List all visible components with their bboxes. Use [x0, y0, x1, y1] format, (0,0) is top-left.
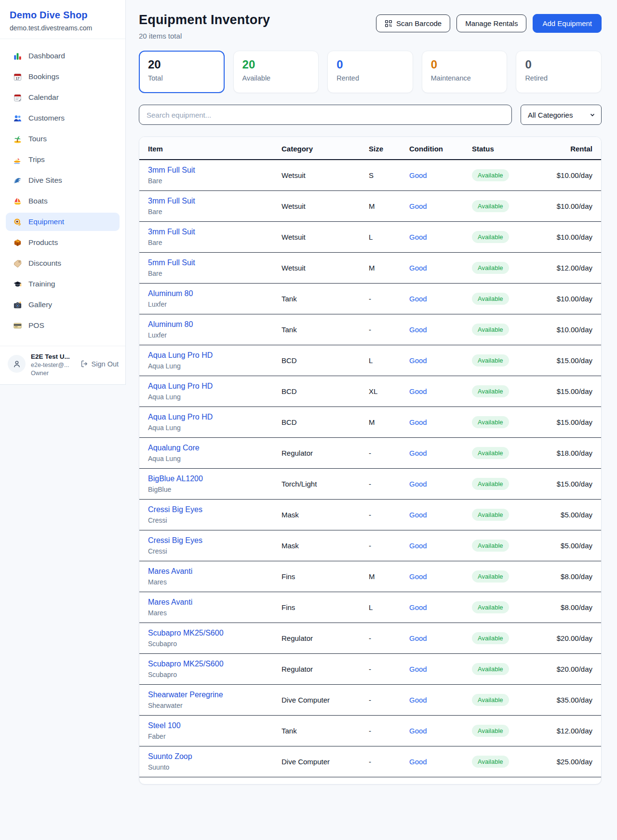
calendar-icon — [13, 93, 22, 102]
item-name-link[interactable]: Aqua Lung Pro HD — [148, 351, 282, 360]
condition-link[interactable]: Good — [409, 387, 427, 395]
manage-rentals-button[interactable]: Manage Rentals — [456, 14, 526, 32]
condition-link[interactable]: Good — [409, 449, 427, 457]
stat-card-available[interactable]: 20Available — [233, 51, 319, 93]
condition-link[interactable]: Good — [409, 480, 427, 488]
stat-card-total[interactable]: 20Total — [139, 51, 225, 93]
item-name-link[interactable]: BigBlue AL1200 — [148, 474, 282, 483]
item-name-link[interactable]: 3mm Full Suit — [148, 228, 282, 236]
stat-label: Retired — [525, 74, 592, 82]
item-category: Wetsuit — [282, 202, 306, 210]
table-row: Cressi Big EyesCressiMask-GoodAvailable$… — [139, 530, 601, 561]
search-input[interactable] — [139, 105, 512, 125]
item-brand: Cressi — [148, 547, 282, 555]
item-name-link[interactable]: Cressi Big Eyes — [148, 505, 282, 514]
sidebar-item-customers[interactable]: Customers — [6, 109, 120, 127]
item-name-link[interactable]: 3mm Full Suit — [148, 197, 282, 205]
scan-barcode-button[interactable]: Scan Barcode — [376, 14, 450, 32]
col-header-item: Item — [139, 137, 282, 160]
condition-link[interactable]: Good — [409, 295, 427, 303]
sidebar-item-tours[interactable]: Tours — [6, 130, 120, 148]
sidebar-item-training[interactable]: Training — [6, 275, 120, 293]
table-row: Aqua Lung Pro HDAqua LungBCDLGoodAvailab… — [139, 345, 601, 376]
condition-link[interactable]: Good — [409, 542, 427, 550]
item-brand: Bare — [148, 177, 282, 185]
item-size: - — [369, 295, 371, 303]
sidebar-item-bookings[interactable]: 17Bookings — [6, 68, 120, 86]
sidebar-item-label: Bookings — [28, 72, 59, 81]
item-brand: Cressi — [148, 516, 282, 524]
sidebar-item-trips[interactable]: Trips — [6, 150, 120, 169]
item-brand: Suunto — [148, 763, 282, 771]
item-name-link[interactable]: Cressi Big Eyes — [148, 536, 282, 545]
item-name-link[interactable]: Aqualung Core — [148, 444, 282, 452]
stat-card-rented[interactable]: 0Rented — [327, 51, 413, 93]
shop-domain: demo.test.divestreams.com — [10, 24, 116, 32]
item-name-link[interactable]: Scubapro MK25/S600 — [148, 660, 282, 668]
item-name-link[interactable]: Suunto Zoop — [148, 752, 282, 761]
condition-link[interactable]: Good — [409, 603, 427, 611]
condition-link[interactable]: Good — [409, 511, 427, 519]
condition-link[interactable]: Good — [409, 202, 427, 210]
item-size: - — [369, 325, 371, 334]
sidebar-item-boats[interactable]: Boats — [6, 192, 120, 210]
condition-link[interactable]: Good — [409, 325, 427, 334]
item-category: Regulator — [282, 665, 313, 673]
condition-link[interactable]: Good — [409, 264, 427, 272]
sidebar-item-label: Boats — [28, 197, 48, 205]
item-category: Dive Computer — [282, 758, 330, 766]
sidebar-item-calendar[interactable]: Calendar — [6, 88, 120, 107]
condition-link[interactable]: Good — [409, 356, 427, 365]
item-name-link[interactable]: Aluminum 80 — [148, 320, 282, 329]
item-name-link[interactable]: Steel 100 — [148, 721, 282, 730]
condition-link[interactable]: Good — [409, 696, 427, 704]
sidebar-item-products[interactable]: Products — [6, 233, 120, 252]
avatar — [8, 355, 26, 373]
item-size: - — [369, 542, 371, 550]
item-name-link[interactable]: Mares Avanti — [148, 598, 282, 607]
item-size: - — [369, 511, 371, 519]
condition-link[interactable]: Good — [409, 758, 427, 766]
sidebar: Demo Dive Shop demo.test.divestreams.com… — [0, 0, 126, 385]
item-name-link[interactable]: Scubapro MK25/S600 — [148, 629, 282, 637]
stat-card-retired[interactable]: 0Retired — [516, 51, 602, 93]
sidebar-item-discounts[interactable]: Discounts — [6, 254, 120, 272]
item-name-link[interactable]: Aluminum 80 — [148, 289, 282, 298]
rental-price: $20.00/day — [557, 634, 592, 642]
category-select[interactable]: All Categories — [521, 105, 602, 125]
item-name-link[interactable]: 5mm Full Suit — [148, 258, 282, 267]
table-row: 3mm Full SuitBareWetsuitMGoodAvailable$1… — [139, 191, 601, 222]
status-badge: Available — [472, 725, 509, 737]
sidebar-item-gallery[interactable]: Gallery — [6, 296, 120, 314]
item-name-link[interactable]: Aqua Lung Pro HD — [148, 413, 282, 421]
sidebar-item-label: Discounts — [28, 259, 61, 268]
condition-link[interactable]: Good — [409, 572, 427, 581]
sidebar-item-equipment[interactable]: Equipment — [6, 213, 120, 231]
item-size: XL — [369, 387, 377, 395]
item-name-link[interactable]: Aqua Lung Pro HD — [148, 382, 282, 391]
sidebar-item-pos[interactable]: POS — [6, 316, 120, 335]
add-equipment-label: Add Equipment — [542, 19, 592, 27]
sign-out-button[interactable]: Sign Out — [80, 360, 119, 368]
add-equipment-button[interactable]: Add Equipment — [533, 14, 602, 33]
sidebar-item-label: Calendar — [28, 93, 59, 102]
item-name-link[interactable]: Mares Avanti — [148, 567, 282, 576]
rental-price: $18.00/day — [557, 449, 592, 457]
status-badge: Available — [472, 632, 509, 644]
stat-card-maintenance[interactable]: 0Maintenance — [422, 51, 508, 93]
sidebar-item-label: Training — [28, 280, 55, 288]
condition-link[interactable]: Good — [409, 727, 427, 735]
condition-link[interactable]: Good — [409, 233, 427, 241]
condition-link[interactable]: Good — [409, 665, 427, 673]
rental-price: $10.00/day — [557, 325, 592, 334]
condition-link[interactable]: Good — [409, 634, 427, 642]
sidebar-item-label: Gallery — [28, 300, 52, 309]
sidebar-item-dive-sites[interactable]: Dive Sites — [6, 171, 120, 190]
item-name-link[interactable]: 3mm Full Suit — [148, 166, 282, 175]
sidebar-item-dashboard[interactable]: Dashboard — [6, 47, 120, 65]
condition-link[interactable]: Good — [409, 171, 427, 179]
status-badge: Available — [472, 756, 509, 768]
gallery-icon — [13, 300, 22, 310]
condition-link[interactable]: Good — [409, 418, 427, 426]
item-name-link[interactable]: Shearwater Peregrine — [148, 691, 282, 699]
